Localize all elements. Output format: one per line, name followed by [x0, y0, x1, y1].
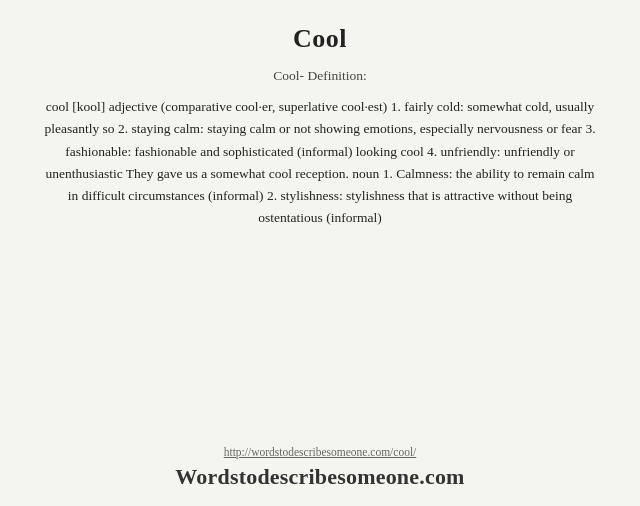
definition-label: Cool- Definition: [273, 68, 366, 84]
page-wrapper: Cool Cool- Definition: cool [kool] adjec… [0, 0, 640, 506]
definition-body: cool [kool] adjective (comparative cool·… [40, 96, 600, 230]
page-title: Cool [293, 24, 347, 54]
footer-brand: Wordstodescribesomeone.com [175, 464, 464, 490]
footer-url[interactable]: http://wordstodescribesomeone.com/cool/ [224, 446, 417, 458]
